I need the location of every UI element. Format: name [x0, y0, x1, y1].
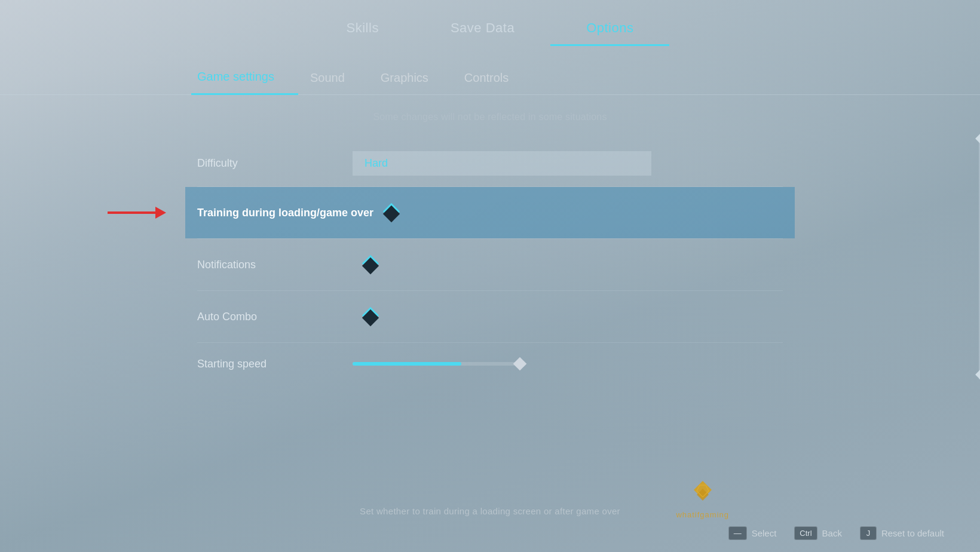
scrollbar-thumb-bottom: [977, 370, 980, 379]
slider-thumb[interactable]: [513, 357, 527, 371]
tab-save-data[interactable]: Save Data: [415, 12, 550, 46]
sub-navigation: Game settings Sound Graphics Controls: [0, 64, 980, 95]
arrow-indicator: [108, 207, 166, 219]
difficulty-row[interactable]: Difficulty Hard: [197, 140, 783, 186]
slider-fill: [353, 362, 461, 366]
top-navigation: Skills Save Data Options: [0, 0, 980, 46]
auto-combo-row[interactable]: Auto Combo: [197, 291, 783, 342]
main-content: Skills Save Data Options Game settings S…: [0, 0, 980, 552]
tab-game-settings[interactable]: Game settings: [191, 64, 298, 95]
notifications-toggle[interactable]: [359, 250, 382, 280]
training-label: Training during loading/game over: [197, 207, 373, 219]
difficulty-display[interactable]: Hard: [353, 151, 651, 176]
reset-control: J Reset to default: [860, 526, 944, 540]
starting-speed-row[interactable]: Starting speed: [197, 343, 783, 385]
select-control: — Select: [728, 526, 777, 540]
starting-speed-slider[interactable]: [353, 362, 544, 366]
tab-graphics[interactable]: Graphics: [375, 65, 452, 94]
arrow-body: [108, 211, 155, 214]
training-toggle[interactable]: [379, 198, 403, 228]
settings-area: Difficulty Hard Training during loading/…: [0, 128, 980, 397]
back-label: Back: [822, 528, 842, 538]
auto-combo-label: Auto Combo: [197, 311, 353, 323]
starting-speed-label: Starting speed: [197, 358, 353, 370]
back-key: Ctrl: [794, 526, 817, 540]
notice-text: Some changes will not be reflected in so…: [0, 112, 980, 122]
footer-controls: — Select Ctrl Back J Reset to default: [728, 526, 944, 540]
watermark-label: whatifgaming: [676, 510, 729, 519]
difficulty-value-container: Hard: [353, 151, 783, 176]
notifications-row[interactable]: Notifications: [197, 239, 783, 290]
auto-combo-toggle[interactable]: [359, 302, 382, 332]
select-label: Select: [752, 528, 777, 538]
slider-track: [353, 362, 520, 366]
arrow-head: [155, 207, 166, 219]
scrollbar-thumb-top: [977, 134, 980, 143]
tab-skills[interactable]: Skills: [311, 12, 415, 46]
watermark: whatifgaming: [676, 478, 729, 519]
difficulty-label: Difficulty: [197, 157, 353, 170]
reset-key: J: [860, 526, 877, 540]
select-key: —: [728, 526, 747, 540]
bottom-hint: Set whether to train during a loading sc…: [0, 506, 980, 516]
tab-controls[interactable]: Controls: [458, 65, 532, 94]
difficulty-text: Hard: [365, 157, 388, 169]
back-control: Ctrl Back: [794, 526, 842, 540]
tab-sound[interactable]: Sound: [304, 65, 369, 94]
training-loading-row[interactable]: Training during loading/game over: [185, 187, 795, 238]
notifications-label: Notifications: [197, 259, 353, 271]
tab-options[interactable]: Options: [550, 12, 669, 46]
reset-label: Reset to default: [881, 528, 944, 538]
watermark-logo: [688, 478, 718, 508]
